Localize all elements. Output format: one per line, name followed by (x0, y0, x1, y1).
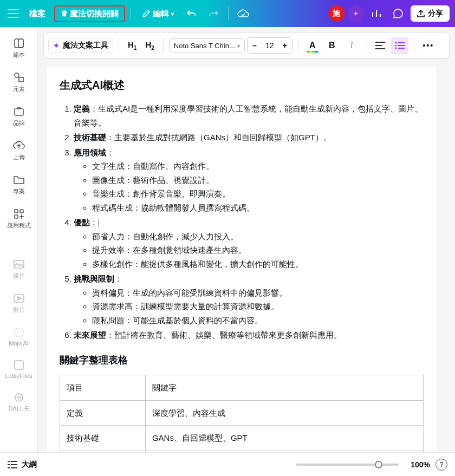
sidebar-label: Mojo AI (9, 340, 29, 347)
chevron-down-icon: ▾ (237, 43, 240, 49)
font-size-value[interactable]: 12 (262, 41, 278, 50)
table-cell: 深度學習、內容生成 (145, 400, 423, 426)
slider-thumb[interactable] (375, 461, 382, 468)
align-button[interactable] (372, 37, 389, 54)
sidebar-item-photos[interactable]: 照片 (3, 255, 35, 283)
undo-icon (187, 10, 197, 17)
sidebar-item-apps[interactable]: 應用程式 (3, 204, 35, 233)
edit-label: 編輯 (153, 9, 169, 19)
font-size-stepper: – 12 + (247, 37, 292, 54)
text-color-a-icon: A (309, 41, 316, 50)
redo-button[interactable] (204, 4, 223, 23)
template-icon (13, 37, 25, 49)
list-item: 定義：生成式AI是一種利用深度學習技術的人工智慧系統，能自動生成新內容，包括文字… (74, 102, 424, 129)
list-subitem: 節省人力：自動化創作，減少人力投入。 (92, 230, 424, 244)
document-scroll[interactable]: 生成式AI概述 定義：生成式AI是一種利用深度學習技術的人工智慧系統，能自動生成… (38, 62, 455, 452)
separator (298, 38, 298, 53)
magic-write-button[interactable]: ✦ 魔法文案工具 (48, 38, 113, 53)
cloud-sync-button[interactable] (234, 4, 252, 23)
comment-button[interactable] (389, 4, 407, 23)
sidebar-item-brand[interactable]: 品牌 (3, 102, 35, 131)
sidebar-label: LottieFiles (5, 373, 32, 379)
italic-icon: I (350, 41, 353, 50)
outline-toggle[interactable]: 大綱 (8, 460, 37, 470)
file-menu[interactable]: 檔案 (24, 5, 51, 22)
separator (163, 38, 164, 53)
sidebar-item-dalle[interactable]: DALL·E (3, 388, 35, 415)
table-cell: 定義 (60, 400, 146, 426)
sidebar-item-elements[interactable]: 元素 (3, 68, 35, 96)
h2-button[interactable]: H2 (142, 38, 157, 53)
svg-point-10 (15, 328, 23, 337)
sidebar-item-mojoai[interactable]: Mojo AI (3, 323, 35, 350)
svg-point-2 (15, 73, 19, 77)
svg-rect-3 (19, 77, 23, 82)
sidebar-label: 上傳 (13, 153, 25, 161)
text-color-button[interactable]: A (304, 37, 321, 54)
chevron-down-icon: ▾ (171, 11, 174, 17)
font-selector[interactable]: Noto Sans T Chin... ▾ (169, 38, 245, 53)
table-row: 技術基礎GANs、自回歸模型、GPT (60, 426, 424, 451)
undo-button[interactable] (183, 4, 201, 23)
pencil-icon (142, 9, 151, 18)
sidebar-item-projects[interactable]: 專案 (3, 170, 35, 199)
h1-button[interactable]: H1 (125, 38, 140, 53)
redo-icon (209, 10, 218, 17)
video-icon (13, 294, 25, 303)
hamburger-icon (8, 9, 18, 18)
align-left-icon (375, 42, 385, 49)
italic-button[interactable]: I (343, 37, 360, 54)
outline-label: 大綱 (22, 460, 37, 470)
list-item: 應用領域：文字生成：自動寫作、內容創作。圖像生成：藝術作品、視覺設計。音樂生成：… (74, 146, 424, 215)
zoom-value[interactable]: 100% (404, 460, 430, 469)
sidebar-label: 元素 (13, 85, 25, 93)
list-button[interactable] (391, 37, 408, 54)
svg-point-13 (395, 42, 396, 44)
svg-point-15 (395, 48, 396, 49)
magic-switch-button[interactable]: ♛ 魔法切換開關 (54, 5, 125, 22)
separator (131, 7, 131, 20)
sidebar-item-lottie[interactable]: LottieFiles (3, 355, 35, 382)
table-cell: 文字生成、圖像生成、音樂生成、程式碼生成 (145, 451, 423, 452)
sidebar-label: 專案 (13, 187, 25, 195)
sidebar-item-upload[interactable]: 上傳 (3, 136, 35, 165)
table-row: 定義深度學習、內容生成 (60, 400, 424, 426)
table-header-cell: 關鍵字 (145, 375, 423, 401)
user-avatar[interactable]: 施 (328, 5, 344, 22)
more-button[interactable]: ••• (420, 37, 437, 54)
sidebar-item-templates[interactable]: 範本 (3, 34, 35, 62)
share-button[interactable]: 分享 (411, 5, 450, 22)
font-name-label: Noto Sans T Chin... (174, 42, 235, 50)
outline-icon (8, 461, 17, 468)
plus-icon: ＋ (352, 9, 360, 18)
upload-icon (13, 141, 25, 151)
edit-menu[interactable]: 編輯 ▾ (136, 5, 179, 22)
document-body[interactable]: 生成式AI概述 定義：生成式AI是一種利用深度學習技術的人工智慧系統，能自動生成… (47, 67, 437, 452)
crown-icon: ♛ (61, 9, 68, 18)
table-header-cell: 項目 (60, 375, 146, 401)
sidebar-label: 影片 (13, 306, 25, 314)
add-member-button[interactable]: ＋ (348, 5, 364, 22)
analytics-button[interactable] (367, 4, 386, 23)
svg-rect-0 (15, 39, 23, 48)
brand-icon (13, 106, 25, 118)
svg-rect-11 (15, 361, 23, 369)
bold-button[interactable]: B (323, 37, 341, 54)
main-area: 範本 元素 品牌 上傳 專案 應用程式 照片 影片 (0, 27, 455, 452)
bold-icon: B (329, 41, 335, 50)
help-button[interactable]: ? (435, 459, 447, 471)
list-item: 技術基礎：主要基於生成對抗網路（GANs）和自回歸模型（如GPT）。 (74, 131, 424, 145)
svg-point-14 (395, 45, 396, 47)
font-size-plus[interactable]: + (278, 38, 292, 53)
list-subitem: 圖像生成：藝術作品、視覺設計。 (92, 173, 424, 187)
canvas-area: ✦ 魔法文案工具 H1 H2 Noto Sans T Chin... ▾ – 1… (38, 27, 455, 452)
list-subitem: 多樣化創作：能提供多種風格和變化，擴大創作的可能性。 (92, 257, 424, 271)
elements-icon (13, 71, 25, 83)
menu-button[interactable] (5, 6, 21, 21)
font-size-minus[interactable]: – (248, 38, 262, 53)
doc-title: 生成式AI概述 (60, 76, 424, 94)
dalle-icon (13, 392, 25, 403)
list-subitem: 文字生成：自動寫作、內容創作。 (92, 159, 424, 173)
zoom-slider[interactable] (296, 464, 399, 466)
sidebar-item-videos[interactable]: 影片 (3, 289, 35, 317)
